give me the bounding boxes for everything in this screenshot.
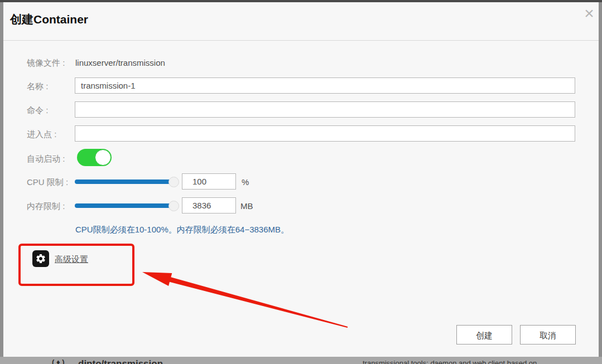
command-input[interactable] bbox=[75, 101, 575, 118]
memory-limit-slider[interactable] bbox=[75, 203, 173, 208]
image-file-label: 镜像文件 : bbox=[27, 58, 65, 69]
limits-hint-text: CPU限制必须在10-100%。内存限制必须在64−3836MB。 bbox=[75, 225, 289, 235]
command-label: 命令 : bbox=[27, 105, 48, 116]
memory-limit-input[interactable] bbox=[182, 197, 236, 213]
autostart-toggle[interactable] bbox=[77, 149, 112, 166]
cpu-limit-slider[interactable] bbox=[75, 179, 173, 184]
background-page-row: ( ♦ ) dipto/transmission transmissional … bbox=[0, 357, 602, 364]
image-file-value: linuxserver/transmission bbox=[75, 58, 165, 67]
cpu-limit-input[interactable] bbox=[182, 173, 236, 190]
cpu-slider-handle[interactable] bbox=[168, 177, 179, 187]
name-input[interactable] bbox=[75, 77, 575, 94]
entrypoint-label: 进入点 : bbox=[27, 129, 56, 140]
background-image-description: transmissional tools: daemon and web cli… bbox=[363, 359, 537, 364]
create-container-dialog: 创建Container × 镜像文件 : linuxserver/transmi… bbox=[3, 2, 599, 357]
create-button[interactable]: 创建 bbox=[456, 325, 512, 344]
cpu-unit-label: % bbox=[242, 177, 249, 187]
title-separator bbox=[3, 40, 599, 41]
name-label: 名称 : bbox=[27, 81, 48, 92]
entrypoint-input[interactable] bbox=[75, 125, 575, 142]
toggle-knob-icon bbox=[95, 149, 111, 166]
transmission-logo-icon: ( ♦ ) bbox=[52, 358, 65, 364]
annotation-arrow-icon bbox=[128, 266, 357, 333]
close-icon[interactable]: × bbox=[581, 4, 598, 23]
memory-limit-label: 内存限制 : bbox=[27, 201, 65, 212]
autostart-label: 自动启动 : bbox=[27, 154, 65, 164]
dialog-title: 创建Container bbox=[10, 12, 88, 27]
background-image-name: dipto/transmission bbox=[78, 358, 163, 364]
annotation-highlight-rect bbox=[18, 244, 134, 286]
cancel-button[interactable]: 取消 bbox=[520, 325, 576, 344]
window-right-border bbox=[599, 2, 602, 364]
cpu-limit-label: CPU 限制 : bbox=[27, 177, 68, 188]
memory-slider-handle[interactable] bbox=[168, 201, 179, 211]
memory-unit-label: MB bbox=[240, 201, 253, 211]
